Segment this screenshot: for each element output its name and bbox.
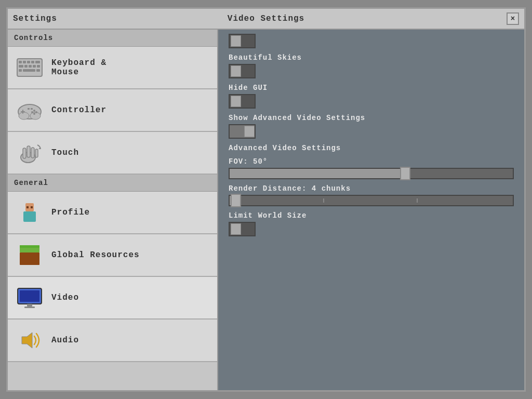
show-advanced-setting: Show Advanced Video Settings (229, 114, 514, 139)
fov-slider[interactable] (229, 168, 514, 179)
touch-label: Touch (51, 148, 79, 157)
svg-rect-18 (21, 111, 25, 112)
video-label: Video (51, 293, 79, 302)
svg-rect-40 (24, 307, 35, 308)
svg-point-19 (33, 110, 35, 112)
hide-gui-label: Hide GUI (229, 84, 514, 92)
sidebar-item-audio[interactable]: Audio (8, 320, 217, 362)
beautiful-skies-toggle-container (229, 64, 514, 78)
svg-point-15 (19, 112, 29, 119)
limit-world-size-setting: Limit World Size (229, 211, 514, 236)
sidebar-item-global-resources[interactable]: Global Resources (8, 234, 217, 277)
hide-gui-toggle[interactable] (229, 94, 256, 109)
profile-icon (16, 199, 43, 226)
svg-rect-39 (27, 304, 32, 307)
svg-rect-32 (26, 206, 29, 208)
advanced-video-header-row: Advanced Video Settings (229, 144, 514, 152)
audio-icon (16, 327, 43, 354)
render-distance-thumb[interactable] (231, 194, 241, 207)
beautiful-skies-label: Beautiful Skies (229, 54, 514, 62)
svg-rect-27 (27, 146, 30, 157)
svg-rect-4 (31, 61, 34, 63)
settings-window: Settings Video Settings × Controls (6, 7, 526, 392)
render-distance-slider[interactable] (229, 195, 514, 206)
svg-rect-2 (23, 61, 26, 63)
audio-label: Audio (51, 336, 79, 345)
svg-point-16 (30, 112, 41, 119)
limit-world-size-label: Limit World Size (229, 211, 514, 220)
render-tick-1 (323, 198, 324, 203)
svg-rect-36 (20, 245, 39, 248)
svg-marker-41 (22, 332, 32, 348)
limit-world-size-thumb (231, 223, 241, 235)
svg-rect-12 (23, 69, 35, 72)
svg-rect-11 (19, 69, 22, 72)
profile-label: Profile (51, 208, 90, 217)
beautiful-skies-setting: Beautiful Skies (229, 54, 514, 78)
hide-gui-toggle-container (229, 94, 514, 109)
window-center-title: Video Settings (228, 14, 304, 23)
render-tick-2 (417, 198, 418, 203)
keyboard-icon (16, 54, 43, 81)
limit-world-size-toggle[interactable] (229, 222, 256, 236)
svg-rect-33 (31, 206, 33, 208)
svg-rect-1 (19, 61, 22, 63)
render-distance-setting: Render Distance: 4 chunks (229, 184, 514, 206)
controller-label: Controller (51, 105, 107, 115)
show-advanced-toggle[interactable] (229, 124, 256, 139)
fov-thumb[interactable] (400, 167, 410, 180)
render-distance-label: Render Distance: 4 chunks (229, 184, 514, 193)
global-resources-icon (16, 242, 43, 269)
right-panel: Beautiful Skies Hide GUI Show Adva (218, 30, 524, 390)
limit-world-size-toggle-container (229, 222, 514, 236)
global-resources-label: Global Resources (51, 250, 140, 260)
beautiful-skies-thumb (231, 65, 241, 77)
hide-gui-thumb (231, 96, 241, 107)
keyboard-mouse-label: Keyboard &Mouse (51, 58, 107, 77)
svg-rect-5 (35, 61, 40, 63)
fov-label: FOV: 50° (229, 157, 514, 166)
top-toggle-thumb (231, 35, 241, 47)
svg-rect-8 (29, 65, 32, 68)
svg-rect-3 (27, 61, 30, 63)
fov-setting: FOV: 50° (229, 157, 514, 179)
show-advanced-toggle-container (229, 124, 514, 139)
top-partial-toggle (229, 34, 514, 48)
svg-rect-23 (28, 108, 30, 110)
svg-rect-7 (24, 65, 28, 68)
svg-rect-6 (19, 65, 23, 68)
show-advanced-thumb (244, 126, 255, 137)
hide-gui-setting: Hide GUI (229, 84, 514, 109)
sidebar: Controls (8, 30, 218, 390)
svg-rect-26 (23, 148, 26, 158)
sidebar-item-touch[interactable]: Touch (8, 132, 217, 175)
top-toggle-switch[interactable] (229, 34, 256, 48)
controller-icon (16, 97, 43, 124)
title-bar: Settings Video Settings × (8, 9, 524, 30)
svg-point-20 (35, 111, 37, 113)
show-advanced-label: Show Advanced Video Settings (229, 114, 514, 122)
beautiful-skies-toggle[interactable] (229, 64, 256, 78)
video-icon (16, 284, 43, 311)
svg-rect-30 (23, 211, 36, 222)
sidebar-item-keyboard-mouse[interactable]: Keyboard &Mouse (8, 47, 217, 89)
main-content: Controls (8, 30, 524, 390)
svg-rect-13 (36, 69, 40, 72)
close-button[interactable]: × (507, 12, 519, 25)
svg-rect-9 (33, 65, 36, 68)
sidebar-item-controller[interactable]: Controller (8, 89, 217, 132)
svg-rect-35 (20, 252, 39, 265)
svg-rect-38 (20, 290, 39, 302)
sidebar-item-profile[interactable]: Profile (8, 192, 217, 234)
svg-point-22 (33, 113, 35, 115)
window-left-title: Settings (13, 14, 57, 23)
svg-rect-29 (35, 149, 38, 157)
svg-rect-28 (31, 148, 34, 158)
svg-rect-10 (37, 65, 40, 68)
svg-point-21 (31, 111, 33, 113)
svg-rect-24 (31, 108, 33, 110)
sidebar-item-video[interactable]: Video (8, 277, 217, 320)
touch-icon (16, 139, 43, 166)
controls-section-header: Controls (8, 30, 217, 47)
advanced-video-header-label: Advanced Video Settings (229, 144, 514, 152)
